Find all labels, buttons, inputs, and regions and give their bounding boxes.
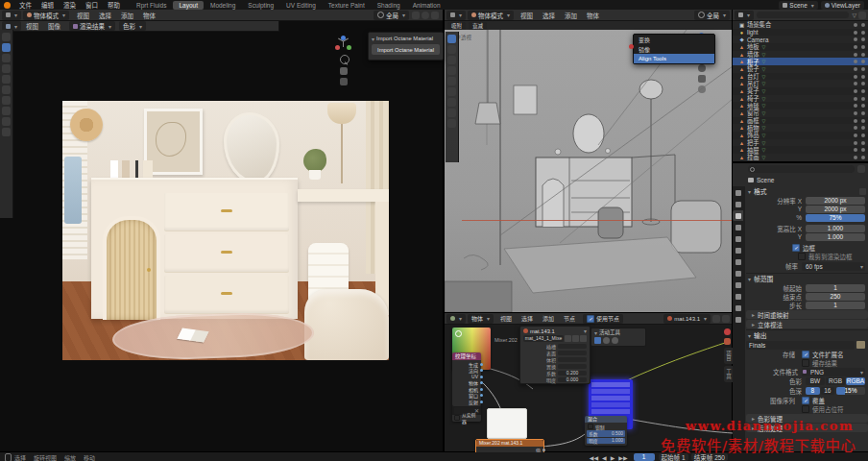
tool-measure-icon[interactable] (447, 119, 456, 128)
value-field[interactable]: 明度1.000 (587, 438, 625, 445)
folder-icon[interactable] (856, 341, 865, 349)
viewport-menu-视图[interactable]: 视图 (72, 11, 94, 20)
center-orientation-dropdown[interactable]: 全局▾ (694, 11, 730, 20)
cache-row[interactable]: 缓存结果 (746, 358, 868, 367)
editor-type-button[interactable]: ▾ (2, 11, 21, 20)
socket[interactable] (480, 363, 483, 366)
workspace-tab[interactable]: Texture Paint (323, 1, 371, 10)
workspace-tab[interactable]: Layout (173, 1, 204, 10)
aspect-x-field[interactable]: 1.000 (806, 225, 865, 232)
disable-render-icon[interactable] (861, 67, 865, 71)
output-panel-header[interactable]: ▾输出 (746, 329, 868, 340)
shader-menu-选择[interactable]: 选择 (517, 314, 538, 323)
import-octane-button[interactable]: Import Octane Material (372, 44, 440, 55)
resolution-x-field[interactable]: 2000 px (806, 197, 865, 205)
resolution-percent-slider[interactable]: 75% (806, 214, 865, 222)
properties-tab-output-icon[interactable] (733, 210, 743, 221)
shader-menu-添加[interactable]: 添加 (538, 314, 559, 323)
tool-option-2-icon[interactable] (603, 337, 610, 344)
tool-annotate-icon[interactable] (447, 109, 456, 117)
hide-viewport-icon[interactable] (854, 53, 857, 57)
tool-annotate-icon[interactable] (2, 107, 11, 115)
collapsed-panel-立体视法[interactable]: ▸立体视法 (746, 320, 868, 328)
socket[interactable] (480, 394, 483, 397)
image-menu-图像[interactable]: 图像 (43, 21, 65, 31)
workspace-tab[interactable]: Animation (407, 1, 446, 10)
hide-viewport-icon[interactable] (854, 31, 857, 35)
disable-render-icon[interactable] (861, 75, 865, 79)
properties-options-icon[interactable] (857, 165, 865, 173)
shader-editor-type-button[interactable]: ▾ (446, 314, 466, 324)
disable-render-icon[interactable] (861, 141, 865, 145)
format-panel-header[interactable]: ▾格式 (746, 186, 868, 196)
disable-render-icon[interactable] (861, 148, 865, 152)
viewport-menu-添加[interactable]: 添加 (116, 11, 138, 20)
snap-magnet-icon[interactable] (412, 12, 420, 19)
aspect-y-field[interactable]: 1.000 (806, 233, 865, 241)
shader-menu-节点[interactable]: 节点 (559, 314, 580, 323)
node-prop-row[interactable]: 表面 (520, 350, 590, 356)
selected-node[interactable]: Mixer.202 mat.143.1 值 (475, 439, 544, 452)
shader-sidebar-tab-项目[interactable]: 项目 (724, 348, 733, 364)
mix-node[interactable]: 混合 钳制 系数0.500 明度1.000 (585, 416, 627, 446)
tool-transform-icon[interactable] (2, 96, 11, 105)
outliner-row[interactable]: ▣场景集合 (733, 21, 868, 29)
tool-cursor-icon[interactable] (2, 54, 11, 62)
node-prop-row[interactable]: 插槽 (520, 343, 590, 350)
output-socket[interactable] (542, 449, 545, 451)
node-prop-row[interactable]: 置换 (520, 363, 590, 370)
hide-viewport-icon[interactable] (854, 148, 857, 152)
tool-add-cube-icon[interactable] (2, 128, 11, 136)
disable-render-icon[interactable] (861, 104, 865, 108)
collapsed-panel-时间重映射[interactable]: ▸时间重映射 (746, 310, 868, 319)
hide-viewport-icon[interactable] (854, 104, 857, 108)
current-frame-field[interactable]: 1 (634, 453, 655, 461)
socket[interactable] (480, 388, 483, 391)
placeholders-row[interactable]: 使用占位符 (746, 404, 868, 413)
hide-viewport-icon[interactable] (854, 23, 857, 27)
proportional-edit-icon[interactable] (422, 12, 429, 19)
new-node-icon[interactable] (572, 335, 579, 342)
hide-viewport-icon[interactable] (854, 75, 857, 79)
hide-viewport-icon[interactable] (854, 126, 857, 130)
properties-tab-material-icon[interactable] (733, 314, 743, 325)
viewport-menu-选择[interactable]: 选择 (538, 11, 560, 20)
disable-render-icon[interactable] (861, 126, 865, 130)
zoom-view-icon[interactable] (340, 55, 350, 64)
frame-value-field[interactable]: 250 (806, 293, 865, 301)
outliner-row[interactable]: ▲挂画▽ (733, 154, 868, 161)
tool-select-box-icon[interactable] (2, 43, 11, 52)
viewport-canvas[interactable]: 用户透视 (445, 30, 733, 312)
properties-tab-object-icon[interactable] (733, 256, 743, 267)
context-menu-item[interactable]: 变换 (634, 35, 714, 44)
workspace-tab[interactable]: Rprt Fluids (131, 1, 172, 10)
outliner-editor-type-button[interactable]: ▾ (735, 11, 754, 20)
hide-viewport-icon[interactable] (854, 82, 857, 85)
outliner-options-icon[interactable] (858, 12, 866, 19)
frame-value-field[interactable]: 1 (806, 302, 865, 309)
tool-option-3-icon[interactable] (612, 337, 618, 344)
socket[interactable] (480, 381, 483, 384)
topbar-menu-渲染[interactable]: 渲染 (59, 0, 81, 10)
nprops-name-field[interactable]: mat_143_1_Mixe (523, 335, 564, 342)
topbar-menu-窗口[interactable]: 窗口 (81, 0, 103, 10)
shader-sidebar-tab-工具[interactable]: 工具 (724, 366, 733, 382)
properties-search-input[interactable] (748, 165, 855, 173)
disable-render-icon[interactable] (861, 97, 865, 101)
color-mode-RGB[interactable]: RGB (826, 377, 845, 385)
disable-render-icon[interactable] (861, 60, 865, 63)
overlays-icon[interactable] (431, 12, 439, 19)
compression-slider[interactable]: 15% (836, 387, 865, 395)
transform-orientation-dropdown[interactable]: 全局▾ (374, 11, 409, 20)
disable-render-icon[interactable] (861, 89, 865, 93)
tool-scale-icon[interactable] (447, 87, 456, 96)
unlink-material-icon[interactable] (722, 315, 730, 323)
frame-value-field[interactable]: 1 (806, 284, 865, 292)
node-prop-row[interactable]: 体积 (520, 356, 590, 363)
shader-menu-视图[interactable]: 视图 (495, 314, 517, 323)
tool-select-box-icon[interactable] (447, 45, 456, 54)
properties-tab-world-icon[interactable] (733, 245, 743, 255)
properties-tab-view-layer-icon[interactable] (733, 222, 743, 232)
disable-render-icon[interactable] (861, 53, 865, 57)
axis-gizmo-icon[interactable] (336, 36, 351, 52)
